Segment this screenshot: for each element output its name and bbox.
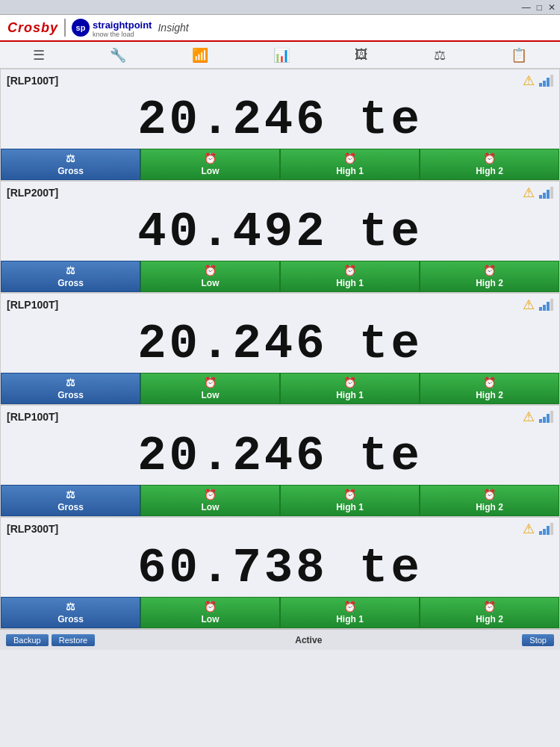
btn-4-1[interactable]: ⏰Low xyxy=(140,597,280,628)
btn-4-3[interactable]: ⏰High 2 xyxy=(420,597,559,628)
settings-icon[interactable]: 🔧 xyxy=(101,44,135,66)
btn-2-2[interactable]: ⏰High 1 xyxy=(280,373,420,404)
image-icon[interactable]: 🖼 xyxy=(346,44,377,66)
active-label: Active xyxy=(295,635,322,645)
device-card-1: [RLP200T]⚠40.492 te⚖Gross⏰Low⏰High 1⏰Hig… xyxy=(0,181,560,293)
btn-4-2[interactable]: ⏰High 1 xyxy=(280,597,420,628)
btn-icon-1-0: ⚖ xyxy=(66,264,75,276)
btn-label-1-3: High 2 xyxy=(476,278,503,288)
minimize-button[interactable]: — xyxy=(522,2,531,13)
signal-bar-0-1 xyxy=(543,81,546,87)
warning-icon-0: ⚠ xyxy=(523,72,535,89)
title-bar: — □ ✕ xyxy=(0,0,560,15)
btn-label-4-0: Gross xyxy=(57,614,84,624)
signal-icon-0 xyxy=(539,75,553,87)
logo-bar: Crosby sp straightpoint know the load In… xyxy=(0,15,560,42)
btn-label-0-1: Low xyxy=(202,166,220,176)
close-button[interactable]: ✕ xyxy=(548,2,556,13)
btn-3-0[interactable]: ⚖Gross xyxy=(1,485,140,516)
btn-row-3: ⚖Gross⏰Low⏰High 1⏰High 2 xyxy=(1,485,559,516)
chart-icon[interactable]: 📊 xyxy=(264,44,299,66)
btn-3-1[interactable]: ⏰Low xyxy=(140,485,280,516)
btn-2-0[interactable]: ⚖Gross xyxy=(1,373,140,404)
signal-bar-3-2 xyxy=(547,414,550,423)
device-name-3: [RLP100T] xyxy=(7,411,58,423)
btn-0-3[interactable]: ⏰High 2 xyxy=(420,149,559,180)
signal-bar-1-1 xyxy=(543,193,546,199)
btn-icon-3-2: ⏰ xyxy=(343,489,356,500)
reading-display-2: 20.246 te xyxy=(1,314,559,373)
btn-row-1: ⚖Gross⏰Low⏰High 1⏰High 2 xyxy=(1,261,559,292)
signal-bar-0-0 xyxy=(539,83,542,87)
signal-bar-1-0 xyxy=(539,195,542,199)
signal-icon-4 xyxy=(539,523,553,535)
btn-label-0-3: High 2 xyxy=(476,166,503,176)
btn-label-2-3: High 2 xyxy=(476,390,503,400)
btn-label-4-2: High 1 xyxy=(336,614,364,624)
device-name-1: [RLP200T] xyxy=(7,187,58,199)
signal-bar-0-2 xyxy=(547,78,550,87)
btn-icon-4-1: ⏰ xyxy=(204,601,217,613)
reading-display-0: 20.246 te xyxy=(1,90,559,149)
warning-icon-3: ⚠ xyxy=(523,409,535,425)
device-header-1: [RLP200T]⚠ xyxy=(1,182,559,202)
status-bar: Backup Restore Active Stop xyxy=(0,629,560,650)
btn-label-4-1: Low xyxy=(202,614,220,624)
restore-button[interactable]: Restore xyxy=(52,634,96,646)
btn-icon-0-1: ⏰ xyxy=(204,152,217,164)
signal-bar-1-3 xyxy=(550,187,553,199)
signal-bar-2-2 xyxy=(547,302,550,311)
wifi-icon[interactable]: 📶 xyxy=(183,44,217,66)
device-header-4: [RLP300T]⚠ xyxy=(1,518,559,539)
signal-bar-2-3 xyxy=(550,299,553,311)
btn-label-2-2: High 1 xyxy=(336,390,364,400)
btn-2-1[interactable]: ⏰Low xyxy=(140,373,280,404)
btn-label-0-0: Gross xyxy=(57,166,84,176)
warning-icon-4: ⚠ xyxy=(523,521,535,537)
reading-display-4: 60.738 te xyxy=(1,539,559,597)
btn-row-0: ⚖Gross⏰Low⏰High 1⏰High 2 xyxy=(1,149,559,180)
device-icons-4: ⚠ xyxy=(523,521,553,537)
btn-label-0-2: High 1 xyxy=(336,166,364,176)
btn-label-1-2: High 1 xyxy=(336,278,364,288)
btn-3-2[interactable]: ⏰High 1 xyxy=(280,485,420,516)
device-card-4: [RLP300T]⚠60.738 te⚖Gross⏰Low⏰High 1⏰Hig… xyxy=(0,517,560,629)
signal-bar-0-3 xyxy=(550,75,553,87)
btn-4-0[interactable]: ⚖Gross xyxy=(1,597,140,628)
menu-icon[interactable]: ☰ xyxy=(24,44,54,66)
btn-0-1[interactable]: ⏰Low xyxy=(140,149,280,180)
btn-icon-0-2: ⏰ xyxy=(343,152,356,164)
btn-icon-2-1: ⏰ xyxy=(204,376,217,388)
btn-row-2: ⚖Gross⏰Low⏰High 1⏰High 2 xyxy=(1,373,559,404)
device-header-3: [RLP100T]⚠ xyxy=(1,406,559,427)
btn-icon-2-3: ⏰ xyxy=(483,376,496,388)
btn-1-2[interactable]: ⏰High 1 xyxy=(280,261,420,292)
scale-icon[interactable]: ⚖ xyxy=(425,44,455,66)
btn-icon-1-1: ⏰ xyxy=(204,264,217,276)
btn-icon-4-2: ⏰ xyxy=(343,601,356,613)
insight-label: Insight xyxy=(158,22,188,34)
btn-3-3[interactable]: ⏰High 2 xyxy=(420,485,559,516)
logo-divider xyxy=(64,19,66,37)
btn-1-3[interactable]: ⏰High 2 xyxy=(420,261,559,292)
signal-bar-3-1 xyxy=(543,417,546,423)
maximize-button[interactable]: □ xyxy=(537,2,542,13)
btn-1-0[interactable]: ⚖Gross xyxy=(1,261,140,292)
btn-label-1-0: Gross xyxy=(57,278,84,288)
btn-icon-3-0: ⚖ xyxy=(66,489,75,500)
btn-2-3[interactable]: ⏰High 2 xyxy=(420,373,559,404)
warning-icon-2: ⚠ xyxy=(523,297,535,313)
btn-label-2-0: Gross xyxy=(57,390,84,400)
btn-icon-3-3: ⏰ xyxy=(483,489,496,500)
report-icon[interactable]: 📋 xyxy=(502,44,536,66)
signal-bar-3-3 xyxy=(550,411,553,423)
btn-1-1[interactable]: ⏰Low xyxy=(140,261,280,292)
signal-icon-3 xyxy=(539,411,553,423)
reading-display-1: 40.492 te xyxy=(1,202,559,261)
stop-button[interactable]: Stop xyxy=(522,634,554,646)
device-header-0: [RLP100T]⚠ xyxy=(1,69,559,90)
btn-0-2[interactable]: ⏰High 1 xyxy=(280,149,420,180)
backup-button[interactable]: Backup xyxy=(6,634,49,646)
device-icons-0: ⚠ xyxy=(523,72,553,89)
btn-0-0[interactable]: ⚖Gross xyxy=(1,149,140,180)
